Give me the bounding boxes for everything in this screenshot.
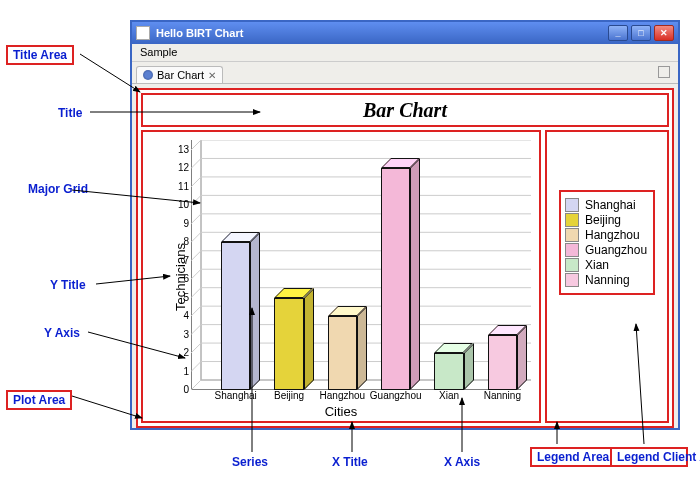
y-tick-label: 13 bbox=[175, 144, 189, 155]
bar-hangzhou bbox=[328, 306, 367, 390]
anno-y-axis: Y Axis bbox=[44, 326, 80, 340]
chart-plot-area: Technicians 012345678910111213 ShanghaiB… bbox=[141, 130, 541, 423]
y-tick-label: 8 bbox=[175, 236, 189, 247]
bar-xian bbox=[434, 343, 473, 390]
tab-label: Bar Chart bbox=[157, 69, 204, 81]
x-tick-label: Hangzhou bbox=[320, 390, 366, 401]
menu-sample[interactable]: Sample bbox=[140, 46, 177, 58]
svg-line-15 bbox=[191, 306, 201, 316]
svg-line-39 bbox=[191, 158, 201, 168]
bar-beijing bbox=[274, 288, 313, 390]
window-titlebar[interactable]: Hello BIRT Chart _ □ ✕ bbox=[132, 22, 678, 44]
y-tick-label: 2 bbox=[175, 347, 189, 358]
bar-guangzhou bbox=[381, 158, 420, 390]
legend-label: Guangzhou bbox=[585, 243, 647, 257]
tab-bar: Bar Chart ✕ bbox=[132, 62, 678, 84]
anno-plot-area: Plot Area bbox=[6, 390, 72, 410]
bar-nanning bbox=[488, 325, 527, 390]
legend-item: Hangzhou bbox=[565, 228, 649, 242]
tab-close-icon[interactable]: ✕ bbox=[208, 70, 216, 81]
legend-swatch bbox=[565, 228, 579, 242]
svg-line-27 bbox=[191, 232, 201, 242]
plot-inner bbox=[191, 140, 531, 390]
app-window: Hello BIRT Chart _ □ ✕ Sample Bar Chart … bbox=[130, 20, 680, 430]
y-tick-label: 9 bbox=[175, 218, 189, 229]
maximize-button[interactable]: □ bbox=[631, 25, 651, 41]
x-tick-label: Guangzhou bbox=[370, 390, 422, 401]
chart-legend-client-area: ShanghaiBeijingHangzhouGuangzhouXianNann… bbox=[559, 190, 655, 295]
x-tick-label: Xian bbox=[439, 390, 459, 401]
anno-title: Title bbox=[58, 106, 82, 120]
anno-major-grid: Major Grid bbox=[28, 182, 88, 196]
svg-line-21 bbox=[191, 269, 201, 279]
y-tick-label: 0 bbox=[175, 384, 189, 395]
legend-label: Hangzhou bbox=[585, 228, 640, 242]
y-tick-label: 10 bbox=[175, 199, 189, 210]
minimize-button[interactable]: _ bbox=[608, 25, 628, 41]
svg-line-12 bbox=[191, 325, 201, 335]
legend-label: Xian bbox=[585, 258, 609, 272]
y-tick-label: 4 bbox=[175, 310, 189, 321]
svg-line-33 bbox=[191, 195, 201, 205]
y-tick-label: 5 bbox=[175, 292, 189, 303]
x-tick-label: Nanning bbox=[484, 390, 521, 401]
svg-line-24 bbox=[191, 251, 201, 261]
legend-label: Beijing bbox=[585, 213, 621, 227]
x-axis-title: Cities bbox=[143, 404, 539, 419]
legend-item: Shanghai bbox=[565, 198, 649, 212]
chart-title-area: Bar Chart bbox=[141, 93, 669, 127]
legend-swatch bbox=[565, 258, 579, 272]
chart-title: Bar Chart bbox=[363, 99, 447, 122]
legend-label: Nanning bbox=[585, 273, 630, 287]
chart-legend-area: ShanghaiBeijingHangzhouGuangzhouXianNann… bbox=[545, 130, 669, 423]
legend-swatch bbox=[565, 213, 579, 227]
y-tick-label: 7 bbox=[175, 255, 189, 266]
anno-legend-area: Legend Area bbox=[530, 447, 616, 467]
y-tick-label: 12 bbox=[175, 162, 189, 173]
svg-line-30 bbox=[191, 214, 201, 224]
legend-label: Shanghai bbox=[585, 198, 636, 212]
y-tick-label: 3 bbox=[175, 329, 189, 340]
svg-line-36 bbox=[191, 177, 201, 187]
y-tick-label: 6 bbox=[175, 273, 189, 284]
anno-x-title: X Title bbox=[332, 455, 368, 469]
window-title: Hello BIRT Chart bbox=[156, 27, 243, 39]
svg-line-3 bbox=[191, 380, 201, 390]
legend-swatch bbox=[565, 273, 579, 287]
svg-line-18 bbox=[191, 288, 201, 298]
anno-legend-client-area: Legend Client Area bbox=[610, 447, 688, 467]
legend-item: Xian bbox=[565, 258, 649, 272]
anno-title-area: Title Area bbox=[6, 45, 74, 65]
legend-swatch bbox=[565, 198, 579, 212]
tab-icon bbox=[143, 70, 153, 80]
svg-line-6 bbox=[191, 362, 201, 372]
anno-x-axis: X Axis bbox=[444, 455, 480, 469]
x-tick-label: Shanghai bbox=[215, 390, 257, 401]
svg-line-9 bbox=[191, 343, 201, 353]
menu-bar: Sample bbox=[132, 44, 678, 62]
legend-item: Guangzhou bbox=[565, 243, 649, 257]
legend-item: Beijing bbox=[565, 213, 649, 227]
anno-series: Series bbox=[232, 455, 268, 469]
legend-item: Nanning bbox=[565, 273, 649, 287]
anno-y-title: Y Title bbox=[50, 278, 86, 292]
bar-shanghai bbox=[221, 232, 260, 390]
svg-line-42 bbox=[191, 140, 201, 150]
y-tick-label: 1 bbox=[175, 366, 189, 377]
y-tick-label: 11 bbox=[175, 181, 189, 192]
tab-bar-chart[interactable]: Bar Chart ✕ bbox=[136, 66, 223, 83]
chart-container: Bar Chart Technicians 012345678910111213… bbox=[136, 88, 674, 428]
view-collapse-icon[interactable] bbox=[658, 66, 670, 78]
x-tick-label: Beijing bbox=[274, 390, 304, 401]
legend-swatch bbox=[565, 243, 579, 257]
close-button[interactable]: ✕ bbox=[654, 25, 674, 41]
app-icon bbox=[136, 26, 150, 40]
